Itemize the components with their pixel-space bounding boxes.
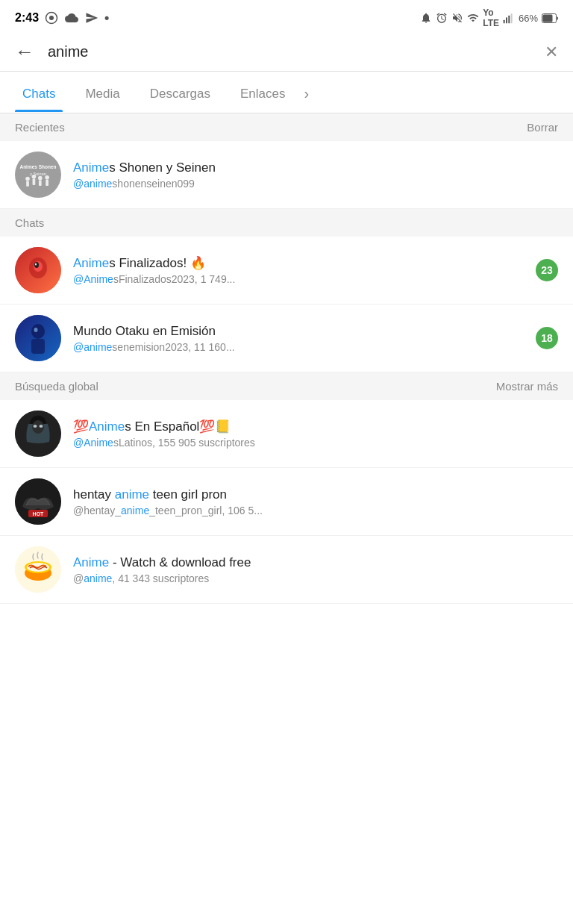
svg-rect-4	[508, 16, 510, 24]
svg-text:HOT: HOT	[33, 511, 45, 516]
espanol-handle: @AnimesLatinos, 155 905 suscriptores	[73, 437, 558, 449]
search-input-wrapper[interactable]	[48, 43, 531, 60]
otaku-badge: 18	[536, 327, 558, 349]
finalizados-name: Animes Finalizados! 🔥	[73, 255, 528, 271]
bowl-text: Anime - Watch & download free @anime, 41…	[73, 555, 558, 584]
list-item-espanol[interactable]: 💯Animes En Español💯📒 @AnimesLatinos, 155…	[0, 400, 573, 468]
notification-icon	[420, 12, 432, 24]
signal-icon	[503, 12, 515, 24]
bowl-name: Anime - Watch & download free	[73, 555, 558, 570]
svg-rect-18	[46, 180, 48, 186]
finalizados-badge: 23	[536, 259, 558, 281]
bowl-avatar-img	[15, 546, 61, 593]
otaku-avatar-img	[15, 315, 61, 361]
back-button[interactable]: ←	[15, 40, 34, 63]
wifi-icon	[467, 12, 479, 24]
hentay-name: hentay anime teen girl pron	[73, 487, 558, 502]
shonen-name: Animes Shonen y Seinen	[73, 160, 558, 175]
list-item-otaku[interactable]: Mundo Otaku en Emisión @animesenemision2…	[0, 305, 573, 372]
svg-point-13	[32, 175, 37, 179]
tabs-more[interactable]: ›	[300, 72, 316, 113]
global-search-title: Búsqueda global	[15, 380, 98, 393]
list-item-hentay[interactable]: HOT HOT hentay anime teen girl pron @hen…	[0, 468, 573, 536]
svg-rect-2	[504, 20, 505, 24]
camera-icon	[45, 11, 58, 25]
bowl-handle: @anime, 41 343 suscriptores	[73, 572, 558, 584]
hentay-handle: @hentay_anime_teen_pron_girl, 106 5...	[73, 505, 558, 516]
mute-icon	[451, 12, 463, 24]
list-item-bowl[interactable]: Anime - Watch & download free @anime, 41…	[0, 536, 573, 604]
dot-indicator: •	[104, 10, 109, 26]
espanol-name: 💯Animes En Español💯📒	[73, 419, 558, 434]
chats-header: Chats	[0, 209, 573, 237]
svg-rect-27	[31, 339, 45, 354]
svg-rect-12	[26, 181, 29, 186]
otaku-name: Mundo Otaku en Emisión	[73, 324, 528, 339]
battery-icon	[542, 13, 558, 23]
tab-enlaces[interactable]: Enlaces	[225, 73, 300, 112]
svg-point-17	[45, 175, 49, 180]
avatar-shonen: Animes Shonen y Seinen	[15, 152, 61, 198]
shonen-avatar-img: Animes Shonen y Seinen	[18, 153, 58, 196]
avatar-otaku	[15, 315, 61, 361]
finalizados-avatar-img	[15, 247, 61, 293]
finalizados-handle: @AnimesFinalizados2023, 1 749...	[73, 273, 528, 285]
avatar-bowl	[15, 546, 61, 593]
mostrar-mas-button[interactable]: Mostrar más	[496, 380, 558, 393]
shonen-text: Animes Shonen y Seinen @animeshonenseine…	[73, 160, 558, 190]
espanol-avatar-img	[15, 411, 61, 457]
hentay-avatar-img: HOT	[15, 478, 61, 525]
svg-rect-3	[506, 17, 507, 23]
svg-point-25	[31, 324, 45, 339]
otaku-text: Mundo Otaku en Emisión @animesenemision2…	[73, 324, 528, 353]
finalizados-text: Animes Finalizados! 🔥 @AnimesFinalizados…	[73, 255, 528, 285]
recientes-title: Recientes	[15, 121, 65, 134]
svg-point-22	[34, 262, 39, 268]
svg-text:Animes Shonen: Animes Shonen	[19, 164, 56, 169]
list-item-finalizados[interactable]: Animes Finalizados! 🔥 @AnimesFinalizados…	[0, 237, 573, 305]
recientes-header: Recientes Borrar	[0, 113, 573, 141]
alarm-icon	[436, 12, 448, 24]
svg-point-31	[34, 425, 37, 428]
svg-point-1	[49, 16, 54, 20]
espanol-text: 💯Animes En Español💯📒 @AnimesLatinos, 155…	[73, 419, 558, 449]
send-icon	[85, 11, 98, 25]
clear-button[interactable]: ✕	[545, 43, 558, 62]
svg-point-32	[40, 425, 43, 428]
cloud-icon	[64, 11, 79, 25]
battery-level: 66%	[519, 13, 538, 24]
hentay-text: hentay anime teen girl pron @hentay_anim…	[73, 487, 558, 516]
network-label: YoLTE	[483, 7, 499, 28]
svg-point-11	[25, 177, 30, 181]
svg-point-26	[34, 328, 38, 332]
svg-rect-7	[543, 14, 553, 22]
tab-chats[interactable]: Chats	[7, 73, 70, 112]
global-search-header: Búsqueda global Mostrar más	[0, 372, 573, 400]
borrar-button[interactable]: Borrar	[527, 121, 558, 134]
chats-title: Chats	[15, 216, 44, 229]
search-input[interactable]	[48, 43, 531, 60]
status-bar: 2:43 • YoLTE 66%	[0, 0, 573, 33]
svg-point-15	[38, 176, 43, 181]
tab-descargas[interactable]: Descargas	[135, 73, 225, 112]
shonen-handle: @animeshonenseinen099	[73, 178, 558, 190]
otaku-handle: @animesenemision2023, 11 160...	[73, 341, 528, 353]
avatar-finalizados	[15, 247, 61, 293]
list-item-shonen[interactable]: Animes Shonen y Seinen Animes Shonen y S…	[0, 141, 573, 209]
svg-rect-16	[39, 180, 42, 185]
svg-rect-5	[511, 13, 513, 23]
svg-rect-14	[33, 179, 36, 185]
tabs-bar: Chats Media Descargas Enlaces ›	[0, 72, 573, 113]
status-time: 2:43 •	[15, 10, 109, 26]
tab-media[interactable]: Media	[70, 73, 134, 112]
avatar-hentay: HOT HOT	[15, 478, 61, 525]
status-right: YoLTE 66%	[420, 7, 558, 28]
avatar-espanol	[15, 411, 61, 457]
svg-point-23	[35, 263, 37, 266]
search-bar: ← ✕	[0, 33, 573, 72]
